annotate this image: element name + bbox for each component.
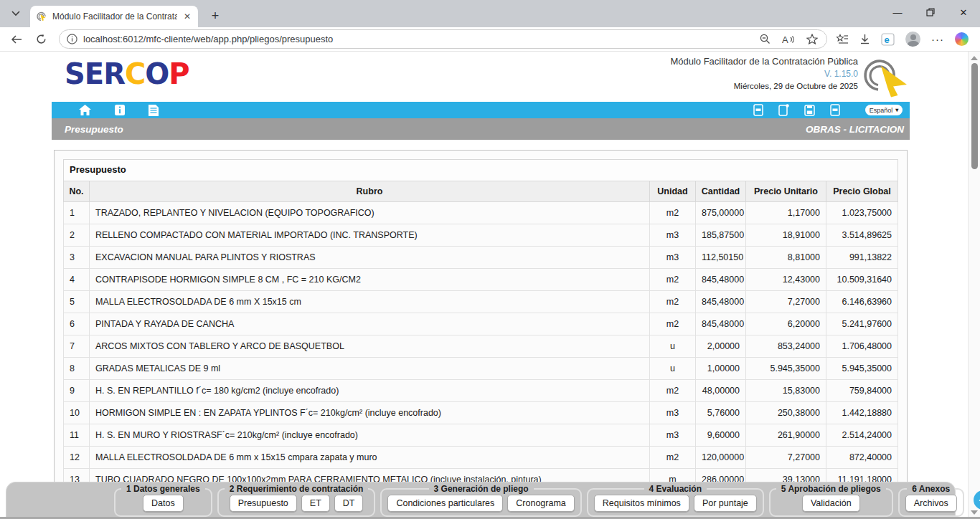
app-header: SERCOP Módulo Facilitador de la Contrata…: [52, 52, 910, 102]
table-row: 9 H. S. EN REPLANTILLO f´c= 180 kg/cm2 (…: [64, 380, 898, 402]
cell-cantidad: 875,00000: [696, 202, 746, 224]
col-header-cantidad: Cantidad: [696, 181, 746, 202]
info-icon[interactable]: [115, 105, 125, 115]
pdf-export-icon[interactable]: [753, 104, 763, 116]
cell-precio-unitario: 261,90000: [746, 424, 826, 447]
bottom-nav-button[interactable]: Archivos: [905, 495, 957, 512]
tab-search-button[interactable]: [6, 4, 26, 23]
tab-favicon: [36, 11, 47, 22]
bottom-nav-group: 5 Aprobación de pliegos Validación: [769, 484, 893, 517]
minimize-button[interactable]: —: [881, 0, 914, 24]
table-header-row: No. Rubro Unidad Cantidad Precio Unitari…: [64, 181, 898, 202]
home-icon[interactable]: [79, 105, 91, 115]
cell-precio-unitario: 5.945,35000: [746, 358, 826, 380]
profile-avatar-icon[interactable]: [905, 32, 920, 47]
bottom-nav-button[interactable]: Presupuesto: [230, 495, 297, 512]
restore-button[interactable]: [914, 0, 947, 24]
bottom-nav-button[interactable]: DT: [334, 495, 364, 512]
cell-unidad: m3: [650, 224, 696, 247]
language-select[interactable]: Español ▾: [865, 105, 903, 115]
cell-unidad: m2: [650, 313, 696, 335]
cell-unidad: m2: [650, 269, 696, 291]
col-header-precio-global: Precio Global: [826, 181, 898, 202]
copilot-icon[interactable]: [955, 32, 969, 46]
bottom-nav-group-legend: 1 Datos generales: [121, 484, 205, 494]
downloads-icon[interactable]: [859, 34, 870, 45]
favorites-star-icon[interactable]: [806, 34, 818, 44]
close-button[interactable]: ✕: [947, 0, 980, 24]
chevron-down-icon: [11, 11, 20, 16]
cell-unidad: m3: [650, 247, 696, 269]
chevron-down-icon: ▾: [895, 107, 898, 113]
cell-rubro: HORMIGON SIMPLE EN : EN ZAPATA YPLINTOS …: [90, 402, 650, 424]
cell-no: 9: [64, 380, 90, 402]
cell-unidad: m2: [650, 447, 696, 469]
new-tab-button[interactable]: +: [207, 7, 224, 24]
pdf-view-icon[interactable]: [830, 104, 840, 116]
cell-cantidad: 5,76000: [696, 402, 746, 424]
cell-rubro: CONTRAPISODE HORMIGON SIMPLE 8 CM , FC =…: [90, 269, 650, 291]
address-bar[interactable]: localhost:6012/mfc-cliente/web/app.php/p…: [59, 29, 827, 49]
scroll-down-icon[interactable]: [971, 510, 978, 515]
url-text[interactable]: localhost:6012/mfc-cliente/web/app.php/p…: [83, 34, 754, 44]
cell-rubro: PINTADA Y RAYADA DE CANCHA: [90, 313, 650, 335]
table-row: 3 EXCAVACION MANUAL PARA PLINTOS Y RIOST…: [64, 247, 898, 269]
bottom-nav-button[interactable]: Por puntaje: [694, 495, 757, 512]
bottom-navigation: 1 Datos generales Datos 2 Requerimiento …: [6, 482, 956, 518]
bottom-nav-button[interactable]: Condiciones particulares: [387, 495, 503, 512]
cell-precio-unitario: 18,91000: [746, 224, 826, 247]
col-header-rubro: Rubro: [90, 181, 650, 202]
back-button[interactable]: [7, 30, 26, 49]
bottom-nav-button[interactable]: Validación: [802, 495, 860, 512]
bottom-nav-group-legend: 6 Anexos: [907, 484, 955, 494]
refresh-icon: [36, 34, 47, 44]
cell-precio-global: 759,84000: [826, 380, 898, 402]
table-row: 5 MALLA ELECTROSOLDADA DE 6 mm X 15x15 c…: [64, 291, 898, 313]
collections-icon[interactable]: [836, 34, 849, 45]
bottom-nav-button[interactable]: Cronograma: [507, 495, 574, 512]
svg-text:e: e: [885, 34, 890, 44]
cell-unidad: u: [650, 358, 696, 380]
vertical-scrollbar[interactable]: [968, 52, 980, 519]
language-label: Español: [870, 107, 893, 114]
cell-no: 5: [64, 291, 90, 313]
cell-cantidad: 1,00000: [696, 358, 746, 380]
cell-no: 10: [64, 402, 90, 424]
cell-unidad: m2: [650, 380, 696, 402]
cell-rubro: ARCOS MIXTOS CON TABLERO Y ARCO DE BASQU…: [90, 335, 650, 358]
cell-rubro: EXCAVACION MANUAL PARA PLINTOS Y RIOSTRA…: [90, 247, 650, 269]
bottom-nav-button[interactable]: Requisitos mínimos: [594, 495, 689, 512]
bottom-nav-group-legend: 3 Generación de pliego: [429, 484, 534, 494]
cell-precio-global: 2.514,24000: [826, 424, 898, 447]
cell-cantidad: 112,50150: [696, 247, 746, 269]
bottom-nav-group-legend: 5 Aprobación de pliegos: [776, 484, 886, 494]
new-document-icon[interactable]: [778, 104, 789, 116]
browser-tab[interactable]: Módulo Facilitador de la Contrata ✕: [30, 6, 198, 27]
cell-precio-global: 3.514,89625: [826, 224, 898, 247]
bottom-nav-groups: 1 Datos generales Datos 2 Requerimiento …: [114, 484, 964, 517]
table-row: 8 GRADAS METALICAS DE 9 ml u 1,00000 5.9…: [64, 358, 898, 380]
tab-close-icon[interactable]: ✕: [182, 11, 192, 22]
read-aloud-icon[interactable]: A: [782, 34, 795, 44]
settings-menu-icon[interactable]: ···: [931, 33, 944, 45]
refresh-button[interactable]: [32, 30, 50, 49]
cell-rubro: GRADAS METALICAS DE 9 ml: [90, 358, 650, 380]
cell-cantidad: 845,48000: [696, 291, 746, 313]
cell-no: 2: [64, 224, 90, 247]
bottom-nav-button[interactable]: ET: [301, 495, 330, 512]
scroll-up-icon[interactable]: [971, 56, 978, 60]
tab-title: Módulo Facilitador de la Contrata: [52, 11, 177, 22]
table-row: 6 PINTADA Y RAYADA DE CANCHA m2 845,4800…: [64, 313, 898, 335]
ie-mode-icon[interactable]: e: [881, 33, 895, 46]
zoom-out-icon[interactable]: [760, 34, 771, 44]
site-info-icon[interactable]: [67, 34, 77, 44]
scrollbar-thumb[interactable]: [971, 63, 978, 169]
cell-unidad: m2: [650, 291, 696, 313]
save-icon[interactable]: [804, 105, 815, 116]
bottom-nav-button[interactable]: Datos: [143, 495, 184, 512]
sercop-logo: SERCOP: [65, 57, 189, 90]
cell-cantidad: 120,00000: [696, 447, 746, 469]
cell-precio-global: 6.146,63960: [826, 291, 898, 313]
document-icon[interactable]: [149, 105, 159, 116]
cell-no: 3: [64, 247, 90, 269]
